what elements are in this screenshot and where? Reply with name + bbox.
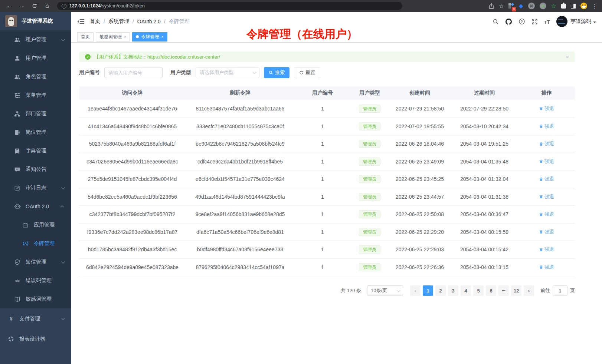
force-logout-button[interactable]: 强退 (539, 229, 554, 235)
admin-badge: 管理员 (359, 193, 380, 201)
breadcrumb-system[interactable]: 系统管理 (108, 18, 129, 25)
sidebar-item-6-dict[interactable]: 字典管理 (0, 142, 71, 160)
github-icon[interactable] (505, 18, 512, 25)
goto-page-input[interactable] (553, 285, 567, 296)
trash-icon (539, 229, 543, 234)
browser-reload-icon[interactable] (30, 1, 39, 11)
prev-page-button[interactable]: ‹ (410, 285, 421, 296)
sidebar-item-13-code[interactable]: </>错误码管理 (0, 271, 71, 290)
actions-cell: 强退 (518, 246, 575, 253)
next-page-button[interactable]: › (524, 285, 534, 296)
page-button-5[interactable]: 5 (473, 285, 484, 296)
expire-time-cell: 2054-03-04 01:31:36 (451, 194, 518, 200)
user-dropdown[interactable]: 芋道源码 (556, 16, 596, 27)
chevron-down-icon (61, 260, 65, 264)
extension-evernote-icon[interactable]: ☆ (551, 3, 556, 10)
sidebar-item-12-shield[interactable]: 短信管理 (0, 253, 71, 271)
sidebar-item-9-robot[interactable]: OAuth 2.0 (0, 197, 71, 216)
refresh-token-cell: 8796295f04064c2983414cc54af1097a (186, 264, 295, 270)
close-icon[interactable]: × (161, 34, 163, 39)
sidebar-item-14-book[interactable]: 敏感词管理 (0, 290, 71, 308)
tab-home[interactable]: 首页 (77, 32, 94, 42)
force-logout-button[interactable]: 强退 (539, 211, 554, 218)
breadcrumb-home[interactable]: 首页 (90, 18, 100, 25)
force-logout-button[interactable]: 强退 (539, 105, 554, 112)
page-info-icon[interactable]: i (62, 4, 66, 9)
sidebar-item-label: 报表设计器 (19, 336, 45, 343)
user-id-cell: 1 (295, 264, 350, 270)
force-logout-button[interactable]: 强退 (539, 158, 554, 165)
sidebar-item-7-message[interactable]: 通知公告 (0, 160, 71, 179)
sidebar-item-11-token[interactable]: A令牌管理 (0, 234, 71, 253)
user-id-cell: 1 (295, 246, 350, 252)
page-button-12[interactable]: 12 (511, 285, 521, 296)
tree-icon (14, 111, 21, 117)
browser-menu-icon[interactable]: ⋮ (592, 3, 598, 9)
extension-gem-icon[interactable]: ◆ (519, 3, 523, 9)
profile-emoji-icon[interactable] (580, 3, 587, 9)
user-type-cell: 管理员 (350, 263, 389, 271)
page-size-select[interactable]: 10条/页 (367, 285, 403, 296)
sidebar-item-10-app[interactable]: 应用管理 (0, 216, 71, 234)
sidebar-item-1-user[interactable]: 用户管理 (0, 49, 71, 67)
force-logout-button[interactable]: 强退 (539, 123, 554, 130)
create-time-cell: 2022-06-26 18:04:46 (389, 141, 451, 147)
user-id-input[interactable] (104, 67, 163, 78)
sidebar-logo[interactable]: 芋道管理系统 (0, 12, 71, 30)
alert-close-icon[interactable] (566, 54, 569, 60)
extension-split-icon[interactable] (571, 4, 576, 9)
extension-grid-icon[interactable]: 9 (508, 3, 514, 9)
close-icon[interactable]: × (124, 34, 126, 39)
force-logout-button[interactable]: 强退 (539, 264, 554, 271)
page-button-1[interactable]: 1 (423, 285, 433, 296)
extension-puzzle-icon[interactable] (561, 4, 566, 9)
sidebar-item-0-peoples[interactable]: 租户管理 (0, 30, 71, 49)
user-icon (14, 55, 21, 62)
reset-button[interactable]: 重置 (294, 67, 320, 78)
browser-home-icon[interactable]: ⌂ (42, 1, 52, 11)
filter-form: 用户编号 用户类型 请选择用户类型 搜索 重置 (79, 67, 575, 78)
user-id-cell: 1 (295, 106, 350, 112)
page-button-4[interactable]: 4 (461, 285, 471, 296)
tab-token-manage[interactable]: 令牌管理× (132, 32, 167, 42)
force-logout-button[interactable]: 强退 (539, 176, 554, 182)
search-icon[interactable] (493, 19, 499, 25)
search-button[interactable]: 搜索 (264, 67, 289, 78)
extension-command-icon[interactable]: ⌘ (528, 3, 535, 9)
admin-badge: 管理员 (359, 245, 380, 254)
share-icon[interactable] (489, 3, 494, 9)
page-button-6[interactable]: 6 (486, 285, 496, 296)
admin-badge: 管理员 (359, 175, 380, 183)
page-button-2[interactable]: 2 (435, 285, 446, 296)
font-size-icon[interactable]: TT (544, 19, 550, 25)
table-row: c347026e805e4d99b0d116eae66eda8ccdfc4ce9… (79, 153, 575, 171)
help-icon[interactable]: ? (518, 18, 525, 25)
user-type-select[interactable]: 请选择用户类型 (196, 67, 259, 78)
breadcrumb-oauth[interactable]: OAuth 2.0 (137, 19, 161, 24)
doc-alert: 【用户体系】文档地址：https://doc.iocoder.cn/user-c… (79, 52, 575, 62)
browser-back-icon[interactable]: ← (4, 1, 14, 11)
bookmark-star-icon[interactable]: ☆ (499, 3, 504, 9)
sidebar-item-4-tree[interactable]: 部门管理 (0, 105, 71, 123)
force-logout-button[interactable]: 强退 (539, 140, 554, 147)
user-id-cell: 1 (295, 211, 350, 217)
browser-forward-icon[interactable]: → (17, 1, 27, 11)
sidebar-fold-icon[interactable] (77, 18, 85, 25)
sidebar-item-15-pay[interactable]: ¥支付管理 (0, 308, 71, 329)
page-button-3[interactable]: 3 (448, 285, 458, 296)
tab-sensitive-words[interactable]: 敏感词管理× (96, 32, 130, 42)
sidebar-item-16-report[interactable]: 报表设计器 (0, 329, 71, 349)
trash-icon (539, 265, 543, 269)
force-logout-button[interactable]: 强退 (539, 193, 554, 200)
sidebar-item-2-peoples[interactable]: 角色管理 (0, 67, 71, 86)
sidebar-item-8-log[interactable]: 审计日志 (0, 179, 71, 197)
browser-url-bar[interactable]: i 127.0.0.1:1024/system/oauth2/token (57, 2, 402, 10)
extension-recorder-icon[interactable] (540, 3, 546, 9)
sidebar-item-5-post[interactable]: 岗位管理 (0, 123, 71, 142)
total-count: 共 120 条 (341, 287, 361, 294)
fullscreen-icon[interactable] (531, 19, 538, 25)
force-logout-button[interactable]: 强退 (539, 246, 554, 253)
sidebar-item-3-tree-table[interactable]: 菜单管理 (0, 86, 71, 105)
page-ellipsis[interactable]: ••• (498, 285, 509, 296)
admin-badge: 管理员 (359, 140, 380, 148)
